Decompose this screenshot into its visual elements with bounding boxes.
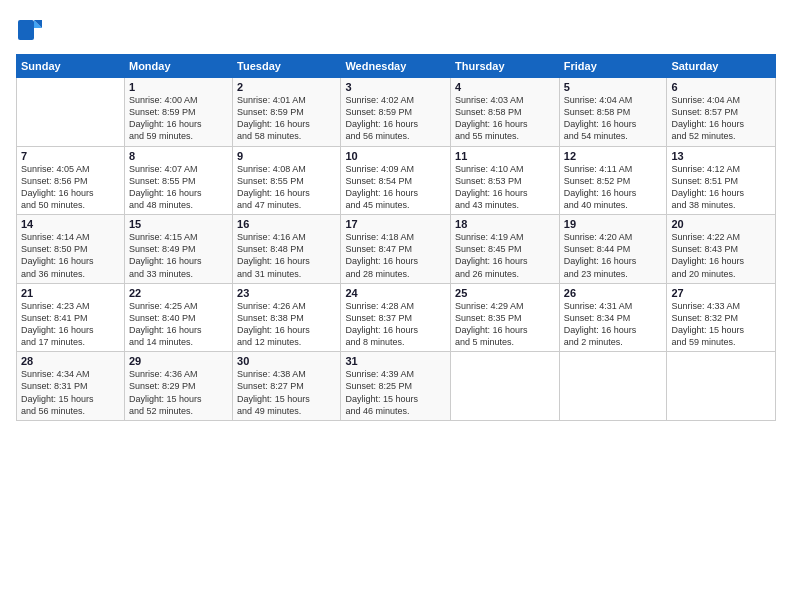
day-info: Sunrise: 4:01 AM Sunset: 8:59 PM Dayligh… [237,94,336,143]
day-info: Sunrise: 4:14 AM Sunset: 8:50 PM Dayligh… [21,231,120,280]
day-cell: 18Sunrise: 4:19 AM Sunset: 8:45 PM Dayli… [451,215,560,284]
day-info: Sunrise: 4:03 AM Sunset: 8:58 PM Dayligh… [455,94,555,143]
day-cell: 13Sunrise: 4:12 AM Sunset: 8:51 PM Dayli… [667,146,776,215]
day-number: 27 [671,287,771,299]
page-header [16,16,776,44]
day-info: Sunrise: 4:33 AM Sunset: 8:32 PM Dayligh… [671,300,771,349]
day-cell: 4Sunrise: 4:03 AM Sunset: 8:58 PM Daylig… [451,78,560,147]
col-header-wednesday: Wednesday [341,55,451,78]
day-cell: 2Sunrise: 4:01 AM Sunset: 8:59 PM Daylig… [233,78,341,147]
day-cell: 31Sunrise: 4:39 AM Sunset: 8:25 PM Dayli… [341,352,451,421]
logo-icon [16,16,44,44]
day-info: Sunrise: 4:18 AM Sunset: 8:47 PM Dayligh… [345,231,446,280]
day-info: Sunrise: 4:09 AM Sunset: 8:54 PM Dayligh… [345,163,446,212]
day-cell: 8Sunrise: 4:07 AM Sunset: 8:55 PM Daylig… [124,146,232,215]
day-cell: 12Sunrise: 4:11 AM Sunset: 8:52 PM Dayli… [559,146,667,215]
day-cell: 29Sunrise: 4:36 AM Sunset: 8:29 PM Dayli… [124,352,232,421]
day-number: 22 [129,287,228,299]
day-number: 12 [564,150,663,162]
day-cell: 11Sunrise: 4:10 AM Sunset: 8:53 PM Dayli… [451,146,560,215]
day-cell: 23Sunrise: 4:26 AM Sunset: 8:38 PM Dayli… [233,283,341,352]
day-info: Sunrise: 4:23 AM Sunset: 8:41 PM Dayligh… [21,300,120,349]
day-info: Sunrise: 4:07 AM Sunset: 8:55 PM Dayligh… [129,163,228,212]
day-number: 23 [237,287,336,299]
day-number: 24 [345,287,446,299]
day-cell [667,352,776,421]
week-row-1: 1Sunrise: 4:00 AM Sunset: 8:59 PM Daylig… [17,78,776,147]
day-cell: 17Sunrise: 4:18 AM Sunset: 8:47 PM Dayli… [341,215,451,284]
day-info: Sunrise: 4:20 AM Sunset: 8:44 PM Dayligh… [564,231,663,280]
day-info: Sunrise: 4:04 AM Sunset: 8:57 PM Dayligh… [671,94,771,143]
col-header-tuesday: Tuesday [233,55,341,78]
day-info: Sunrise: 4:38 AM Sunset: 8:27 PM Dayligh… [237,368,336,417]
day-info: Sunrise: 4:36 AM Sunset: 8:29 PM Dayligh… [129,368,228,417]
day-cell: 1Sunrise: 4:00 AM Sunset: 8:59 PM Daylig… [124,78,232,147]
day-cell: 27Sunrise: 4:33 AM Sunset: 8:32 PM Dayli… [667,283,776,352]
day-number: 26 [564,287,663,299]
day-number: 5 [564,81,663,93]
day-number: 31 [345,355,446,367]
day-info: Sunrise: 4:34 AM Sunset: 8:31 PM Dayligh… [21,368,120,417]
day-cell: 28Sunrise: 4:34 AM Sunset: 8:31 PM Dayli… [17,352,125,421]
day-cell: 3Sunrise: 4:02 AM Sunset: 8:59 PM Daylig… [341,78,451,147]
day-number: 29 [129,355,228,367]
day-number: 21 [21,287,120,299]
day-number: 18 [455,218,555,230]
day-info: Sunrise: 4:16 AM Sunset: 8:48 PM Dayligh… [237,231,336,280]
day-cell: 9Sunrise: 4:08 AM Sunset: 8:55 PM Daylig… [233,146,341,215]
week-row-3: 14Sunrise: 4:14 AM Sunset: 8:50 PM Dayli… [17,215,776,284]
logo [16,16,48,44]
day-info: Sunrise: 4:02 AM Sunset: 8:59 PM Dayligh… [345,94,446,143]
day-info: Sunrise: 4:25 AM Sunset: 8:40 PM Dayligh… [129,300,228,349]
day-cell: 25Sunrise: 4:29 AM Sunset: 8:35 PM Dayli… [451,283,560,352]
day-info: Sunrise: 4:29 AM Sunset: 8:35 PM Dayligh… [455,300,555,349]
day-number: 4 [455,81,555,93]
day-number: 2 [237,81,336,93]
day-number: 10 [345,150,446,162]
day-cell: 6Sunrise: 4:04 AM Sunset: 8:57 PM Daylig… [667,78,776,147]
day-info: Sunrise: 4:05 AM Sunset: 8:56 PM Dayligh… [21,163,120,212]
day-cell: 30Sunrise: 4:38 AM Sunset: 8:27 PM Dayli… [233,352,341,421]
day-cell: 15Sunrise: 4:15 AM Sunset: 8:49 PM Dayli… [124,215,232,284]
day-cell [451,352,560,421]
week-row-2: 7Sunrise: 4:05 AM Sunset: 8:56 PM Daylig… [17,146,776,215]
day-cell: 26Sunrise: 4:31 AM Sunset: 8:34 PM Dayli… [559,283,667,352]
svg-rect-0 [18,20,34,40]
week-row-5: 28Sunrise: 4:34 AM Sunset: 8:31 PM Dayli… [17,352,776,421]
day-number: 9 [237,150,336,162]
calendar-header-row: SundayMondayTuesdayWednesdayThursdayFrid… [17,55,776,78]
week-row-4: 21Sunrise: 4:23 AM Sunset: 8:41 PM Dayli… [17,283,776,352]
day-cell: 20Sunrise: 4:22 AM Sunset: 8:43 PM Dayli… [667,215,776,284]
day-number: 3 [345,81,446,93]
day-info: Sunrise: 4:15 AM Sunset: 8:49 PM Dayligh… [129,231,228,280]
day-number: 13 [671,150,771,162]
day-info: Sunrise: 4:12 AM Sunset: 8:51 PM Dayligh… [671,163,771,212]
day-number: 15 [129,218,228,230]
calendar-table: SundayMondayTuesdayWednesdayThursdayFrid… [16,54,776,421]
day-cell: 5Sunrise: 4:04 AM Sunset: 8:58 PM Daylig… [559,78,667,147]
day-cell: 19Sunrise: 4:20 AM Sunset: 8:44 PM Dayli… [559,215,667,284]
day-number: 17 [345,218,446,230]
day-cell: 16Sunrise: 4:16 AM Sunset: 8:48 PM Dayli… [233,215,341,284]
col-header-saturday: Saturday [667,55,776,78]
day-info: Sunrise: 4:10 AM Sunset: 8:53 PM Dayligh… [455,163,555,212]
day-cell: 7Sunrise: 4:05 AM Sunset: 8:56 PM Daylig… [17,146,125,215]
col-header-sunday: Sunday [17,55,125,78]
day-cell: 21Sunrise: 4:23 AM Sunset: 8:41 PM Dayli… [17,283,125,352]
day-number: 14 [21,218,120,230]
day-number: 30 [237,355,336,367]
col-header-monday: Monday [124,55,232,78]
day-number: 19 [564,218,663,230]
day-cell: 10Sunrise: 4:09 AM Sunset: 8:54 PM Dayli… [341,146,451,215]
day-info: Sunrise: 4:08 AM Sunset: 8:55 PM Dayligh… [237,163,336,212]
day-number: 1 [129,81,228,93]
day-info: Sunrise: 4:31 AM Sunset: 8:34 PM Dayligh… [564,300,663,349]
col-header-friday: Friday [559,55,667,78]
day-info: Sunrise: 4:19 AM Sunset: 8:45 PM Dayligh… [455,231,555,280]
day-number: 6 [671,81,771,93]
day-number: 8 [129,150,228,162]
day-number: 25 [455,287,555,299]
day-number: 20 [671,218,771,230]
day-cell: 22Sunrise: 4:25 AM Sunset: 8:40 PM Dayli… [124,283,232,352]
day-info: Sunrise: 4:39 AM Sunset: 8:25 PM Dayligh… [345,368,446,417]
